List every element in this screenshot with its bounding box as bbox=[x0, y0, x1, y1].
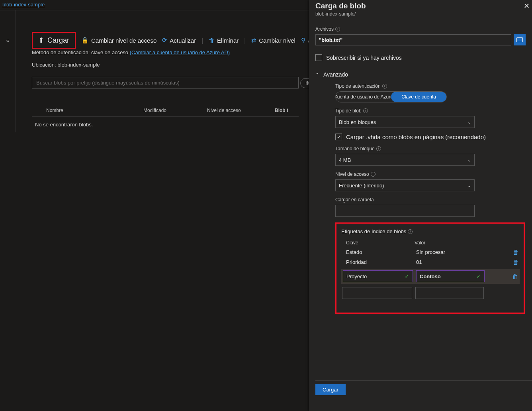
delete-tag-button[interactable]: 🗑 bbox=[513, 249, 520, 256]
col-blob-type[interactable]: Blob t bbox=[275, 108, 288, 113]
blob-type-label: Tipo de blob i bbox=[335, 108, 525, 114]
file-name-input[interactable] bbox=[315, 34, 511, 45]
info-icon[interactable]: i bbox=[382, 84, 387, 88]
chevron-down-icon: ⌄ bbox=[467, 120, 471, 125]
delete-label: Eliminar bbox=[217, 37, 239, 44]
tag-key-input[interactable] bbox=[342, 287, 412, 299]
empty-state-text: No se encontraron blobs. bbox=[32, 116, 299, 132]
col-name[interactable]: Nombre bbox=[32, 108, 143, 113]
vhd-checkbox[interactable] bbox=[335, 134, 342, 140]
info-icon[interactable]: i bbox=[408, 229, 413, 234]
panel-title: Carga de blob bbox=[309, 2, 532, 10]
vhd-label: Cargar .vhda como blobs en páginas (reco… bbox=[346, 134, 486, 140]
col-modified[interactable]: Modificado bbox=[143, 108, 207, 113]
overwrite-checkbox[interactable] bbox=[315, 54, 322, 61]
block-size-select[interactable]: 4 MB⌄ bbox=[335, 154, 475, 166]
upload-submit-button[interactable]: Cargar bbox=[315, 384, 346, 395]
browse-files-button[interactable] bbox=[514, 34, 526, 45]
folder-icon bbox=[516, 37, 523, 42]
block-size-label: Tamaño de bloque i bbox=[335, 146, 525, 151]
tag-value-input[interactable]: Contoso✓ bbox=[416, 270, 485, 282]
swap-icon: ⇄ bbox=[251, 37, 256, 44]
tag-row: Prioridad 01 🗑 bbox=[341, 259, 520, 265]
delete-tag-button[interactable]: 🗑 bbox=[512, 273, 519, 280]
tag-row-empty bbox=[341, 287, 520, 299]
upload-folder-input[interactable] bbox=[335, 205, 475, 217]
files-label: Archivos i bbox=[315, 26, 526, 32]
auth-type-label: Tipo de autenticación i bbox=[335, 83, 525, 89]
tag-key-header: Clave bbox=[341, 240, 413, 246]
info-icon[interactable]: i bbox=[363, 108, 368, 113]
auth-type-toggle[interactable]: Cuenta de usuario de Azure Clave de cuen… bbox=[335, 91, 447, 102]
upload-folder-label: Cargar en carpeta bbox=[335, 197, 525, 203]
delete-tag-button[interactable]: 🗑 bbox=[513, 259, 520, 265]
delete-button[interactable]: 🗑 Eliminar bbox=[209, 37, 239, 44]
tag-value-header: Valor bbox=[413, 240, 425, 246]
panel-path: blob-index-sample/ bbox=[309, 10, 532, 21]
change-access-tier-button[interactable]: 🔒 Cambiar nivel de acceso bbox=[81, 37, 156, 44]
switch-auth-link[interactable]: (Cambiar a cuenta de usuario de Azure AD… bbox=[130, 49, 230, 55]
breadcrumb-container-link[interactable]: blob-index-sample bbox=[2, 2, 45, 8]
tag-value-input[interactable] bbox=[415, 287, 484, 299]
refresh-icon: ⟳ bbox=[162, 37, 167, 44]
chevron-down-icon: ⌄ bbox=[467, 183, 471, 188]
change-tier-button[interactable]: ⇄ Cambiar nivel bbox=[251, 37, 295, 44]
upload-button[interactable]: ⬆ Cargar bbox=[32, 32, 76, 49]
tag-key-input[interactable]: Proyecto✓ bbox=[343, 270, 413, 282]
advanced-toggle[interactable]: ⌄ Avanzado bbox=[315, 71, 526, 78]
overwrite-label: Sobrescribir si ya hay archivos bbox=[326, 55, 402, 61]
left-nav-collapsed: « bbox=[0, 10, 16, 132]
refresh-button[interactable]: ⟳ Actualizar bbox=[162, 37, 196, 44]
access-tier-label: Nivel de acceso i bbox=[335, 171, 525, 177]
blob-search-input[interactable] bbox=[32, 77, 299, 88]
auth-opt-account-key[interactable]: Clave de cuenta bbox=[391, 92, 446, 102]
trash-icon: 🗑 bbox=[209, 37, 215, 44]
access-tier-select[interactable]: Frecuente (inferido)⌄ bbox=[335, 179, 475, 191]
blob-table-header: Nombre Modificado Nivel de acceso Blob t bbox=[32, 106, 299, 116]
info-icon[interactable]: i bbox=[335, 27, 340, 31]
upload-blob-panel: ✕ Carga de blob blob-index-sample/ Archi… bbox=[309, 0, 532, 411]
col-access-tier[interactable]: Nivel de acceso bbox=[207, 108, 275, 113]
expand-nav-chevron[interactable]: « bbox=[0, 34, 15, 46]
refresh-label: Actualizar bbox=[170, 37, 196, 44]
check-icon: ✓ bbox=[476, 273, 481, 279]
blob-index-tags-section: Etiquetas de índice de blobs i Clave Val… bbox=[335, 222, 525, 314]
chevron-up-icon: ⌄ bbox=[315, 72, 319, 77]
index-tags-label: Etiquetas de índice de blobs bbox=[341, 228, 406, 234]
close-panel-button[interactable]: ✕ bbox=[524, 2, 530, 10]
chevron-down-icon: ⌄ bbox=[467, 157, 471, 163]
blob-type-select[interactable]: Blob en bloques⌄ bbox=[335, 116, 475, 128]
auth-opt-azure-ad[interactable]: Cuenta de usuario de Azure bbox=[336, 92, 391, 102]
lock-icon: 🔒 bbox=[81, 37, 89, 44]
upload-icon: ⬆ bbox=[38, 36, 44, 45]
change-access-label: Cambiar nivel de acceso bbox=[91, 37, 156, 44]
upload-label: Cargar bbox=[47, 36, 69, 45]
tag-row: Estado Sin procesar 🗑 bbox=[341, 249, 520, 256]
check-icon: ✓ bbox=[405, 273, 409, 279]
change-tier-label: Cambiar nivel bbox=[259, 37, 295, 44]
info-icon[interactable]: i bbox=[376, 146, 381, 151]
lease-icon: ⚲ bbox=[301, 37, 305, 44]
tag-row-editing: Proyecto✓ Contoso✓ 🗑 bbox=[341, 269, 520, 284]
info-icon[interactable]: i bbox=[371, 172, 376, 177]
